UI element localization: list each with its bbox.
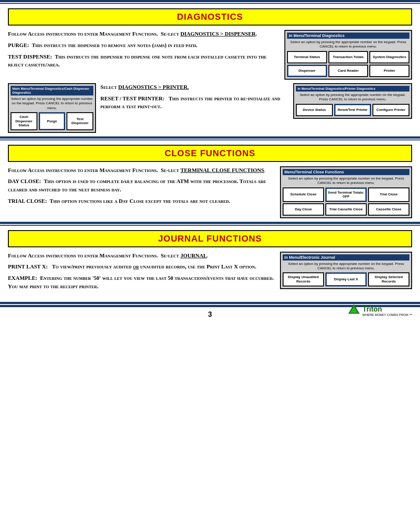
triton-logo-icon xyxy=(347,303,361,319)
page-number: 3 xyxy=(208,311,212,319)
diagnostics-section: DIAGNOSTICS Follow Access instructions t… xyxy=(0,4,420,136)
close-btn-5: Trial Cassette Close xyxy=(325,203,367,216)
printer-diag-instruction: Select an option by pressing the appropr… xyxy=(296,93,409,102)
journal-screen-grid: Display Unaudited Records Display Last X… xyxy=(283,272,409,286)
diagnostics-title: DIAGNOSTICS xyxy=(177,12,243,22)
printer-row: Main Menu/Terminal Diagnostics/Cash Disp… xyxy=(8,83,412,133)
terminal-btn-1: Terminal Status xyxy=(287,51,327,63)
terminal-diag-instruction: Select an option by pressing the appropr… xyxy=(287,40,409,49)
close-btn-2: Send Terminal Totals: OFF xyxy=(325,187,367,202)
printer-btn-2: Reset/Test Printer xyxy=(334,104,371,116)
diagnostics-left: Follow Access instructions to enter Mana… xyxy=(8,30,280,80)
close-btn-3: Trial Close xyxy=(368,187,409,202)
terminal-diag-title: In Menu/Terminal Diagnostics xyxy=(287,33,409,39)
footer: 3 Triton WHERE MONEY COMES FROM.™ xyxy=(0,306,420,322)
journal-screen-instruction: Select an option by pressing the appropr… xyxy=(283,262,409,271)
close-para-2: DAY CLOSE: This option is used to comple… xyxy=(8,177,276,194)
journal-functions-content: Follow Access instructions to enter Mana… xyxy=(8,252,412,294)
close-screen-instruction: Select an option by pressing the appropr… xyxy=(283,176,409,186)
close-functions-header: CLOSE FUNCTIONS xyxy=(8,145,412,162)
terminal-btn-4: Dispenser xyxy=(287,65,327,77)
page-wrapper: DIAGNOSTICS Follow Access instructions t… xyxy=(0,0,420,510)
terminal-diag-screen: In Menu/Terminal Diagnostics Select an o… xyxy=(284,30,412,80)
printer-diag-grid: Device Status Reset/Test Printer Configu… xyxy=(296,104,409,116)
close-btn-1: Schedule Close xyxy=(283,187,324,202)
close-functions-section: CLOSE FUNCTIONS Follow Access instructio… xyxy=(0,140,420,222)
close-functions-content: Follow Access instructions to enter Mana… xyxy=(8,166,412,218)
journal-btn-2: Display Last X xyxy=(325,272,367,286)
printer-diag-screen: In Menu/Terminal Diagnostics/Printer Dia… xyxy=(293,83,412,119)
close-para-1: Follow Access instructions to enter Mana… xyxy=(8,166,276,175)
journal-para-1: Follow Access instructions to enter Mana… xyxy=(8,252,276,260)
cash-btn-1: Cash Dispenser Status xyxy=(11,112,37,130)
triton-logo-text: Triton xyxy=(362,305,382,313)
journal-functions-header: JOURNAL FUNCTIONS xyxy=(8,230,412,247)
triton-text-block: Triton WHERE MONEY COMES FROM.™ xyxy=(362,305,412,316)
triton-logo-sub: WHERE MONEY COMES FROM.™ xyxy=(362,313,412,316)
diagnostics-main-content: Follow Access instructions to enter Mana… xyxy=(8,30,412,80)
journal-para-2: PRINT LAST X: To view/print previously a… xyxy=(8,263,276,271)
cash-disp-title: Main Menu/Terminal Diagnostics/Cash Disp… xyxy=(11,86,93,95)
printer-diag-title: In Menu/Terminal Diagnostics/Printer Dia… xyxy=(296,86,409,92)
close-functions-screen: Menu/Terminal Close Functions Select an … xyxy=(280,166,412,218)
close-btn-4: Day Close xyxy=(283,203,324,216)
terminal-diag-grid: Terminal Status Transaction Totals Syste… xyxy=(287,51,409,77)
close-screen-mock: Menu/Terminal Close Functions Select an … xyxy=(280,166,412,218)
journal-para-3: EXAMPLE: Entering the number '50' will l… xyxy=(8,274,276,291)
triton-icon-svg xyxy=(347,303,361,316)
close-btn-6: Cassette Close xyxy=(368,203,409,216)
cash-btn-2: Purge xyxy=(39,112,66,130)
diagnostics-header: DIAGNOSTICS xyxy=(8,8,412,26)
cash-disp-mock: Main Menu/Terminal Diagnostics/Cash Disp… xyxy=(8,83,96,133)
printer-diag-mock: In Menu/Terminal Diagnostics/Printer Dia… xyxy=(293,83,412,119)
printer-select-label: Select DIAGNOSTICS > PRINTER. xyxy=(100,83,289,92)
terminal-btn-5: Card Reader xyxy=(328,65,368,77)
printer-btn-1: Device Status xyxy=(296,104,333,116)
terminal-btn-6: Printer xyxy=(369,65,409,77)
cash-dispenser-screen: Main Menu/Terminal Diagnostics/Cash Disp… xyxy=(8,83,96,133)
journal-screen-mock: In Menu/Electronic Journal Select an opt… xyxy=(280,252,412,289)
diag-para-2: PURGE: This instructs the dispenser to r… xyxy=(8,41,280,50)
journal-functions-section: JOURNAL FUNCTIONS Follow Access instruct… xyxy=(0,226,420,297)
terminal-btn-2: Transaction Totals xyxy=(328,51,368,63)
close-screen-title: Menu/Terminal Close Functions xyxy=(283,169,409,175)
printer-btn-3: Configure Printer xyxy=(372,104,409,116)
journal-btn-1: Display Unaudited Records xyxy=(283,272,324,286)
diag-para-3: TEST DISPENSE: This instructs the dispen… xyxy=(8,53,280,70)
journal-functions-screen: In Menu/Electronic Journal Select an opt… xyxy=(280,252,412,294)
printer-reset-text: RESET / TEST PRINTER: This instructs the… xyxy=(100,95,289,111)
printer-middle-text: Select DIAGNOSTICS > PRINTER. RESET / TE… xyxy=(100,83,289,114)
journal-functions-left: Follow Access instructions to enter Mana… xyxy=(8,252,276,294)
close-para-3: TRIAL CLOSE: This option functions like … xyxy=(8,197,276,205)
close-functions-title: CLOSE FUNCTIONS xyxy=(165,148,255,158)
cash-btn-3: Test Dispenser xyxy=(66,112,93,130)
cash-disp-grid: Cash Dispenser Status Purge Test Dispens… xyxy=(11,112,93,130)
triton-logo: Triton WHERE MONEY COMES FROM.™ xyxy=(347,303,412,319)
cash-disp-instruction: Select an option by pressing the appropr… xyxy=(11,97,93,110)
terminal-btn-3: System Diagnostics xyxy=(369,51,409,63)
diagnostics-right-screen: In Menu/Terminal Diagnostics Select an o… xyxy=(284,30,412,80)
diag-para-1: Follow Access instructions to enter Mana… xyxy=(8,30,280,38)
journal-screen-title: In Menu/Electronic Journal xyxy=(283,254,409,261)
journal-functions-title: JOURNAL FUNCTIONS xyxy=(158,234,262,243)
close-functions-left: Follow Access instructions to enter Mana… xyxy=(8,166,276,218)
journal-btn-3: Display Selected Records xyxy=(368,272,409,286)
close-screen-grid: Schedule Close Send Terminal Totals: OFF… xyxy=(283,187,409,216)
